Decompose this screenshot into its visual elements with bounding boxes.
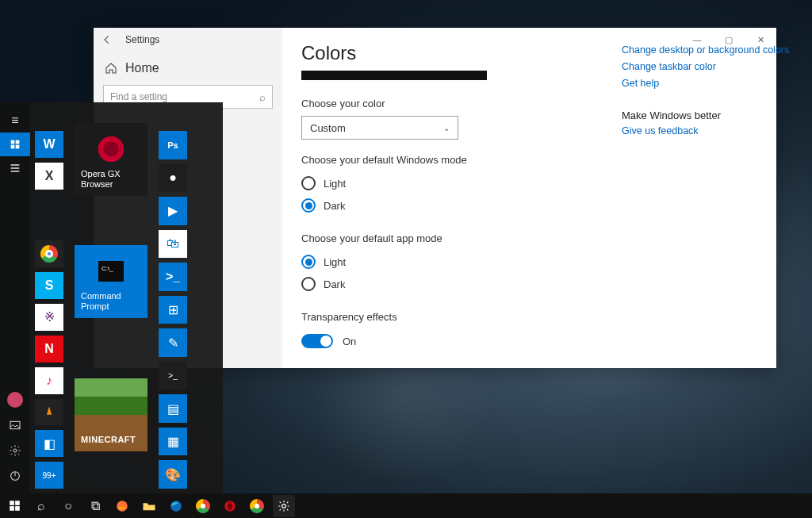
color-preview	[301, 71, 487, 80]
tile-app[interactable]: ◧	[35, 430, 63, 457]
edge-icon	[169, 499, 183, 513]
notes-icon: ▤	[167, 401, 179, 416]
transparency-value: On	[343, 336, 356, 347]
avatar-icon	[7, 392, 23, 408]
svg-rect-10	[15, 501, 20, 505]
start-user-button[interactable]	[0, 387, 30, 412]
tile-minecraft[interactable]: MINECRAFT	[75, 378, 147, 451]
tile-vlc[interactable]	[35, 399, 63, 426]
tile-calculator[interactable]: ▦	[159, 428, 187, 456]
link-change-desktop[interactable]: Change desktop or background colors	[622, 44, 796, 57]
svg-rect-2	[11, 145, 15, 149]
svg-rect-12	[15, 506, 20, 511]
folder-icon	[142, 501, 156, 512]
tile-netflix[interactable]: N	[35, 336, 63, 363]
search-icon: ⌕	[259, 91, 266, 103]
tile-app5[interactable]: ✎	[159, 328, 187, 357]
taskbar-cortana[interactable]: ○	[57, 495, 79, 517]
taskbar-firefox[interactable]	[111, 495, 133, 517]
tile-excel[interactable]: X	[35, 163, 63, 190]
app-mode-light[interactable]: Light	[301, 251, 757, 273]
windows-mode-label: Choose your default Windows mode	[301, 154, 757, 166]
start-menu: ≡ W X S	[0, 102, 223, 493]
radio-icon	[301, 198, 316, 213]
start-button[interactable]	[3, 495, 25, 517]
taskbar-search[interactable]: ⌕	[30, 495, 52, 517]
nav-home-label: Home	[125, 61, 159, 75]
start-tiles: W X S ※ N ♪ ◧ 99+ Opera GX Browser C:\_ …	[30, 102, 223, 493]
start-expand-button[interactable]: ≡	[0, 109, 30, 132]
music-icon: ♪	[46, 374, 52, 388]
list-icon	[9, 162, 21, 175]
nav-home[interactable]: Home	[94, 52, 282, 85]
taskbar-chrome2[interactable]	[246, 495, 268, 517]
radio-label: Light	[324, 178, 346, 190]
svg-point-16	[228, 501, 232, 510]
doc-icon: ✎	[168, 336, 178, 351]
tile-powershell[interactable]: >_	[159, 263, 187, 291]
taskbar-edge[interactable]	[165, 495, 187, 517]
tile-paint[interactable]: 🎨	[159, 460, 187, 489]
tile-more[interactable]: 99+	[35, 462, 63, 489]
radio-icon	[301, 255, 316, 269]
chrome-icon	[250, 499, 264, 513]
excel-icon: X	[45, 169, 54, 183]
tile-itunes[interactable]: ♪	[35, 367, 63, 394]
tile-app4[interactable]: ⊞	[159, 296, 187, 324]
circle-icon: ●	[169, 171, 177, 185]
svg-point-17	[282, 504, 286, 508]
app-mode-dark[interactable]: Dark	[301, 273, 757, 295]
transparency-toggle[interactable]	[301, 334, 333, 348]
link-get-help[interactable]: Get help	[622, 77, 796, 90]
vlc-icon	[42, 405, 56, 419]
color-mode-select[interactable]: Custom ⌄	[301, 116, 458, 140]
back-button[interactable]	[94, 28, 121, 52]
taskbar-opera[interactable]	[219, 495, 241, 517]
radio-icon	[301, 277, 316, 291]
play-icon: ▶	[168, 203, 178, 218]
app-mode-label: Choose your default app mode	[301, 232, 757, 244]
tile-terminal[interactable]: >_	[159, 362, 187, 390]
tile-slack[interactable]: ※	[35, 304, 63, 331]
start-settings-button[interactable]	[0, 438, 30, 463]
tile-skype[interactable]: S	[35, 272, 63, 299]
start-power-button[interactable]	[0, 463, 30, 489]
start-rail: ≡	[0, 102, 30, 493]
pictures-icon	[9, 419, 21, 432]
link-feedback[interactable]: Give us feedback	[622, 125, 796, 138]
tile-notes[interactable]: ▤	[159, 394, 187, 423]
tile-photoshop[interactable]: Ps	[159, 131, 187, 159]
svg-rect-11	[10, 506, 14, 511]
settings-title: Settings	[121, 34, 159, 45]
taskbar-taskview[interactable]: ⧉	[84, 495, 106, 517]
taskbar-chrome[interactable]	[192, 495, 214, 517]
settings-content: ― ▢ ✕ Colors Choose your color Custom ⌄ …	[282, 28, 776, 368]
generic-icon: ◧	[44, 436, 56, 451]
link-change-taskbar[interactable]: Change taskbar color	[622, 60, 796, 74]
windows-mode-dark[interactable]: Dark	[301, 194, 757, 217]
taskview-icon: ⧉	[91, 499, 100, 513]
start-pictures-button[interactable]	[0, 412, 30, 438]
tile-opera[interactable]: Opera GX Browser	[75, 123, 147, 196]
tile-word[interactable]: W	[35, 131, 63, 158]
taskbar-settings[interactable]	[273, 495, 295, 517]
tile-store[interactable]: 🛍	[159, 230, 187, 259]
chrome-icon	[196, 499, 210, 513]
tile-cmd[interactable]: C:\_ Command Prompt	[75, 245, 147, 318]
radio-label: Dark	[324, 200, 345, 212]
start-pinned-button[interactable]	[0, 132, 30, 156]
cortana-icon: ○	[64, 499, 72, 513]
power-icon	[9, 470, 21, 482]
settings-titlebar: Settings	[94, 28, 282, 52]
taskbar-explorer[interactable]	[138, 495, 160, 517]
chevron-down-icon: ⌄	[443, 124, 450, 132]
svg-point-13	[117, 501, 128, 512]
tile-chrome[interactable]	[35, 240, 63, 267]
feedback-heading: Make Windows better	[622, 109, 796, 121]
tile-app3[interactable]: ▶	[159, 197, 187, 225]
start-allapps-button[interactable]	[0, 156, 30, 180]
svg-point-14	[170, 501, 182, 512]
windows-icon	[9, 500, 21, 512]
tile-app2[interactable]: ●	[159, 164, 187, 193]
windows-mode-light[interactable]: Light	[301, 172, 757, 194]
